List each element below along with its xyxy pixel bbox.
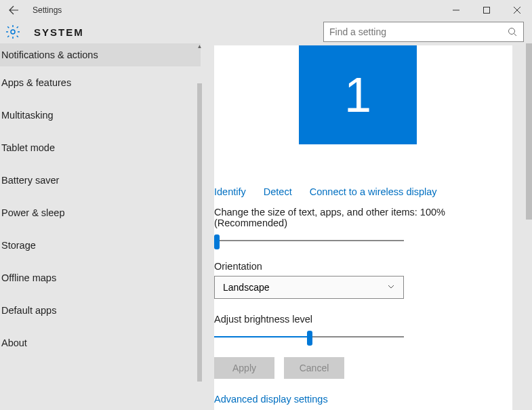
sidebar-item-multitasking[interactable]: Multitasking [0,99,201,131]
window-title: Settings [33,5,441,15]
brightness-label: Adjust brightness level [214,314,512,325]
sidebar-item-label: About [1,337,27,348]
chevron-down-icon [387,282,395,293]
monitor-number: 1 [344,67,371,123]
sidebar-item-apps[interactable]: Apps & features [0,66,201,99]
sidebar-item-notifications[interactable]: Notifications & actions [0,43,201,66]
advanced-display-link[interactable]: Advanced display settings [214,394,512,405]
display-links: Identify Detect Connect to a wireless di… [214,178,512,197]
main-panel: 1 Identify Detect Connect to a wireless … [202,43,532,410]
sidebar-item-label: Notifications & actions [1,49,98,60]
orientation-value: Landscape [223,282,270,293]
svg-line-6 [514,34,517,37]
maximize-icon [483,7,490,14]
sidebar-scrollbar[interactable]: ▲ [197,43,202,410]
detect-link[interactable]: Detect [264,186,292,197]
svg-rect-1 [483,7,489,14]
sidebar-item-label: Apps & features [1,77,71,88]
svg-point-4 [11,30,15,34]
apply-label: Apply [232,363,256,373]
slider-thumb[interactable] [307,331,312,346]
sidebar-item-storage[interactable]: Storage [0,229,201,262]
sidebar: Notifications & actions Apps & features … [0,43,202,410]
main-scrollbar[interactable] [526,43,532,410]
sidebar-item-power[interactable]: Power & sleep [0,197,201,229]
main-scroll-thumb[interactable] [526,43,532,220]
sidebar-item-battery[interactable]: Battery saver [0,164,201,197]
sidebar-item-label: Multitasking [1,110,54,121]
slider-track [214,240,404,241]
page-title: SYSTEM [34,26,84,38]
svg-point-5 [509,28,515,35]
cancel-button[interactable]: Cancel [284,357,344,379]
titlebar: Settings [0,0,532,20]
scale-label: Change the size of text, apps, and other… [214,207,458,228]
slider-fill [214,336,309,337]
close-icon [514,7,520,14]
sidebar-item-label: Default apps [1,305,56,316]
sidebar-item-about[interactable]: About [0,327,201,359]
back-arrow-icon [8,5,19,16]
sidebar-item-label: Storage [1,240,36,251]
scale-slider[interactable] [214,232,404,249]
minimize-icon [453,7,459,14]
minimize-button[interactable] [441,0,471,20]
orientation-select[interactable]: Landscape [214,276,404,299]
sidebar-item-default-apps[interactable]: Default apps [0,294,201,327]
sidebar-item-label: Battery saver [1,175,59,186]
cancel-label: Cancel [300,363,329,373]
close-button[interactable] [502,0,532,20]
search-box[interactable] [323,22,524,42]
display-preview: 1 [214,45,512,178]
maximize-button[interactable] [471,0,502,20]
button-row: Apply Cancel [214,357,512,379]
wireless-display-link[interactable]: Connect to a wireless display [310,186,437,197]
sidebar-item-tablet[interactable]: Tablet mode [0,131,201,164]
gear-icon [4,23,22,41]
header: SYSTEM [0,20,532,43]
search-icon [507,26,518,37]
search-input[interactable] [329,26,507,37]
sidebar-scroll-thumb[interactable] [197,83,202,382]
monitor-tile-1[interactable]: 1 [299,45,417,144]
orientation-label: Orientation [214,261,512,272]
brightness-slider[interactable] [214,329,404,345]
identify-link[interactable]: Identify [214,186,246,197]
back-button[interactable] [0,0,27,20]
sidebar-item-label: Offline maps [1,272,56,283]
content-area: Notifications & actions Apps & features … [0,43,532,410]
sidebar-item-offline-maps[interactable]: Offline maps [0,262,201,294]
sidebar-item-label: Power & sleep [1,207,65,218]
apply-button[interactable]: Apply [214,357,274,379]
slider-thumb[interactable] [214,234,220,249]
sidebar-item-label: Tablet mode [1,142,55,153]
